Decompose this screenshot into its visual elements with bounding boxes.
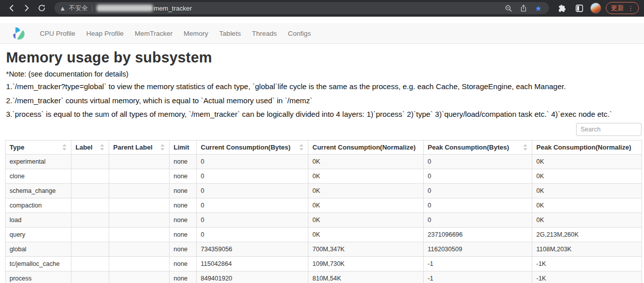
table-cell: query — [6, 227, 71, 242]
table-cell: 0 — [424, 198, 532, 213]
table-cell — [109, 183, 170, 198]
not-secure-warning-icon: ▲ — [59, 5, 66, 12]
table-row: globalnone734359056700M,347K116203050911… — [6, 242, 642, 256]
col-header-current-normalize: Current Consumption(Normalize) — [308, 140, 424, 154]
table-cell: 1162030509 — [424, 242, 532, 256]
forward-icon[interactable] — [20, 2, 33, 15]
sort-icon[interactable] — [299, 144, 304, 151]
sort-icon[interactable] — [100, 144, 105, 151]
table-cell: 0K — [308, 213, 424, 227]
col-header-peak-normalize: Peak Consumption(Normalize) — [532, 140, 642, 154]
app-navbar: CPU Profile Heap Profile MemTracker Memo… — [0, 23, 644, 44]
table-row: clonenone00K00K — [6, 169, 642, 183]
nav-item-memtracker[interactable]: MemTracker — [129, 30, 178, 37]
table-cell: 2G,213M,260K — [532, 227, 642, 242]
address-bar[interactable]: ▲ 不安全 | mem_tracker ★ — [54, 2, 549, 14]
note-line-3: 3.`process` is equal to the sum of all t… — [6, 109, 644, 119]
table-cell — [109, 154, 170, 169]
table-cell: 115042864 — [197, 256, 308, 271]
table-row: processnone849401920810M,54K-1-1K — [6, 271, 642, 283]
browser-update-button[interactable]: 更新 ⋮ — [606, 2, 639, 14]
table-cell: none — [170, 256, 197, 271]
reload-icon[interactable] — [35, 2, 48, 15]
table-cell: 0K — [532, 154, 642, 169]
note-heading: *Note: (see documentation for details) — [6, 70, 644, 78]
col-header-limit: Limit — [170, 140, 197, 154]
table-cell: 0K — [532, 183, 642, 198]
doris-logo[interactable] — [12, 27, 25, 40]
side-panel-icon[interactable] — [573, 2, 586, 15]
table-cell — [71, 169, 109, 183]
security-chip-label[interactable]: 不安全 — [69, 4, 88, 13]
table-cell — [109, 227, 170, 242]
memtracker-table: Type Label Parent Label Limit Current Co… — [5, 140, 642, 283]
table-cell: 0 — [197, 198, 308, 213]
nav-item-cpu-profile[interactable]: CPU Profile — [34, 30, 81, 37]
table-row: experimentalnone00K00K — [6, 154, 642, 169]
table-cell — [71, 213, 109, 227]
table-cell: 109M,730K — [308, 256, 424, 271]
table-cell: 0 — [424, 169, 532, 183]
table-cell: 0 — [197, 227, 308, 242]
table-cell: none — [170, 227, 197, 242]
table-cell: none — [170, 183, 197, 198]
table-cell — [71, 271, 109, 283]
col-header-type[interactable]: Type — [6, 140, 71, 154]
table-cell — [109, 213, 170, 227]
browser-toolbar: ▲ 不安全 | mem_tracker ★ 更新 ⋮ — [0, 0, 644, 17]
table-cell: 734359056 — [197, 242, 308, 256]
share-icon[interactable] — [518, 3, 529, 14]
nav-item-tablets[interactable]: Tablets — [214, 30, 247, 37]
table-cell — [109, 271, 170, 283]
profile-avatar[interactable] — [590, 3, 601, 14]
table-cell: 0 — [197, 183, 308, 198]
table-cell: schema_change — [6, 183, 71, 198]
table-header-row: Type Label Parent Label Limit Current Co… — [6, 140, 642, 154]
table-cell: none — [170, 198, 197, 213]
nav-item-threads[interactable]: Threads — [247, 30, 283, 37]
table-cell — [71, 227, 109, 242]
table-cell: 810M,54K — [308, 271, 424, 283]
table-cell: none — [170, 213, 197, 227]
col-header-label[interactable]: Label — [71, 140, 109, 154]
table-cell — [109, 169, 170, 183]
table-cell: -1 — [424, 271, 532, 283]
table-cell — [109, 242, 170, 256]
toolbar-right-cluster: 更新 ⋮ — [555, 2, 639, 15]
col-header-current-bytes[interactable]: Current Consumption(Bytes) — [197, 140, 308, 154]
table-cell: 0K — [532, 213, 642, 227]
table-cell: 0 — [424, 213, 532, 227]
table-cell: -1K — [532, 271, 642, 283]
sort-icon[interactable] — [62, 144, 67, 151]
nav-item-memory[interactable]: Memory — [178, 30, 214, 37]
col-header-parent-label[interactable]: Parent Label — [109, 140, 170, 154]
table-cell: -1K — [532, 256, 642, 271]
table-cell: none — [170, 271, 197, 283]
table-row: tc/jemalloc_cachenone115042864109M,730K-… — [6, 256, 642, 271]
url-text: mem_tracker — [154, 5, 192, 12]
table-cell — [71, 256, 109, 271]
table-cell: compaction — [6, 198, 71, 213]
table-row: compactionnone00K00K — [6, 198, 642, 213]
back-icon[interactable] — [5, 2, 18, 15]
table-cell: 0K — [308, 154, 424, 169]
table-cell: 0 — [197, 169, 308, 183]
table-cell — [109, 198, 170, 213]
nav-item-configs[interactable]: Configs — [282, 30, 316, 37]
table-body: experimentalnone00K00Kclonenone00K00Ksch… — [6, 154, 642, 283]
sort-icon[interactable] — [160, 144, 165, 151]
nav-item-heap-profile[interactable]: Heap Profile — [81, 30, 129, 37]
sort-icon[interactable] — [523, 144, 528, 151]
table-row: schema_changenone00K00K — [6, 183, 642, 198]
extensions-puzzle-icon[interactable] — [555, 2, 568, 15]
zoom-search-icon[interactable] — [503, 3, 514, 14]
col-header-peak-bytes[interactable]: Peak Consumption(Bytes) — [424, 140, 532, 154]
table-cell: process — [6, 271, 71, 283]
bookmark-star-icon[interactable]: ★ — [533, 3, 544, 14]
redacted-url-blur — [97, 5, 153, 12]
url-separator: | — [91, 5, 93, 12]
table-cell: tc/jemalloc_cache — [6, 256, 71, 271]
kebab-menu-icon[interactable]: ⋮ — [627, 5, 634, 12]
table-search-input[interactable] — [576, 123, 641, 136]
table-cell: -1 — [424, 256, 532, 271]
